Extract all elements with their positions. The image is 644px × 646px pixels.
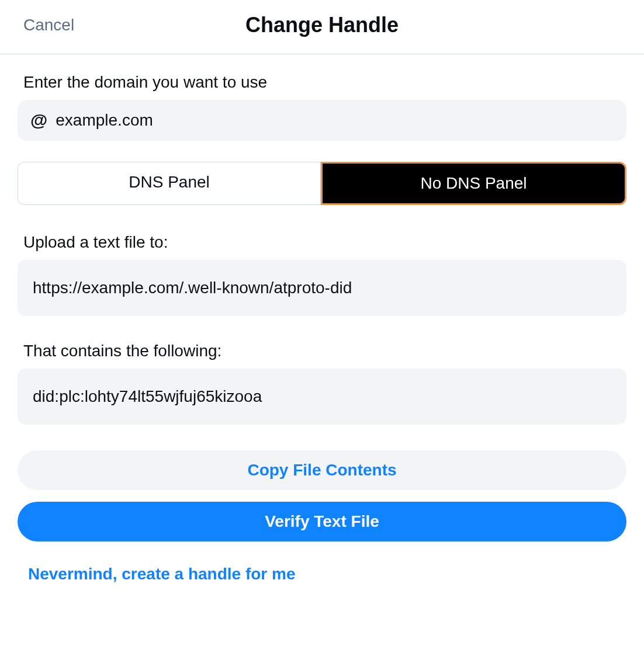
content-area: Enter the domain you want to use @ DNS P… (0, 54, 644, 584)
contents-label: That contains the following: (23, 342, 626, 360)
header: Cancel Change Handle (0, 0, 644, 54)
page-title: Change Handle (245, 13, 399, 37)
copy-file-contents-button[interactable]: Copy File Contents (18, 450, 626, 490)
upload-url-box: https://example.com/.well-known/atproto-… (18, 260, 626, 316)
verify-text-file-button[interactable]: Verify Text File (18, 502, 626, 541)
at-icon: @ (30, 110, 47, 130)
domain-input[interactable] (56, 111, 614, 130)
nevermind-link[interactable]: Nevermind, create a handle for me (28, 565, 296, 584)
file-contents-box: did:plc:lohty74lt55wjfuj65kizooa (18, 369, 626, 425)
cancel-button[interactable]: Cancel (23, 16, 74, 34)
tab-dns-panel[interactable]: DNS Panel (18, 162, 321, 205)
tab-no-dns-panel[interactable]: No DNS Panel (321, 162, 626, 205)
domain-label: Enter the domain you want to use (23, 73, 626, 92)
upload-label: Upload a text file to: (23, 233, 626, 252)
domain-input-wrapper: @ (18, 100, 626, 141)
tab-group: DNS Panel No DNS Panel (18, 162, 626, 205)
